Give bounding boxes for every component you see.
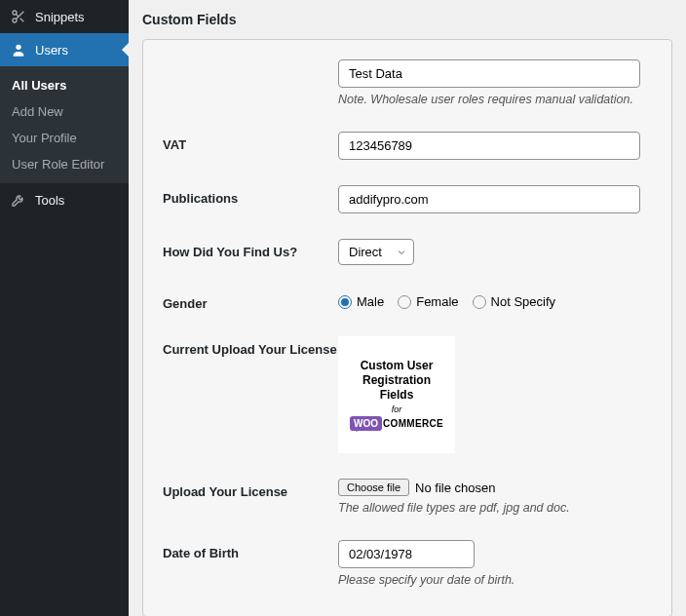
label-findus: How Did You Find Us? (163, 239, 338, 259)
label-empty (163, 59, 338, 65)
radio-label: Female (416, 294, 458, 309)
menu-label: Users (35, 43, 68, 58)
thumb-line1: Custom User (361, 359, 434, 373)
label-dob: Date of Birth (163, 540, 338, 560)
radio-icon (473, 295, 486, 309)
menu-item-users[interactable]: Users (0, 33, 129, 66)
license-thumbnail: Custom User Registration Fields for WOO … (338, 336, 455, 453)
scissors-icon (10, 8, 27, 25)
dob-input[interactable] (338, 540, 475, 568)
gender-radio-group: Male Female Not Specify (338, 290, 652, 309)
findus-select[interactable]: Direct (338, 239, 414, 265)
testdata-note: Note. Wholesale user roles requires manu… (338, 93, 652, 106)
label-upload-license: Upload Your License (163, 479, 338, 499)
row-upload-license: Upload Your License Choose file No file … (163, 479, 652, 515)
menu-item-tools[interactable]: Tools (0, 183, 129, 216)
chevron-down-icon (396, 247, 407, 258)
page-title: Custom Fields (142, 12, 672, 27)
svg-line-4 (16, 14, 19, 17)
user-icon (10, 41, 27, 58)
file-status: No file chosen (415, 481, 495, 495)
row-vat: VAT (163, 132, 652, 160)
vat-input[interactable] (338, 132, 640, 160)
radio-label: Male (357, 294, 384, 309)
custom-fields-panel: Note. Wholesale user roles requires manu… (142, 39, 672, 616)
thumb-line2: Registration Fields (346, 373, 447, 403)
svg-point-5 (16, 45, 20, 50)
svg-point-0 (13, 11, 17, 15)
submenu-add-new[interactable]: Add New (0, 98, 129, 125)
submenu-user-role-editor[interactable]: User Role Editor (0, 151, 129, 177)
submenu-your-profile[interactable]: Your Profile (0, 125, 129, 151)
upload-note: The allowed file types are pdf, jpg and … (338, 501, 652, 515)
radio-male[interactable]: Male (338, 294, 384, 309)
menu-item-snippets[interactable]: Snippets (0, 0, 129, 33)
content-area: Custom Fields Note. Wholesale user roles… (129, 0, 686, 616)
label-gender: Gender (163, 290, 338, 311)
radio-icon (398, 295, 411, 309)
users-submenu: All Users Add New Your Profile User Role… (0, 66, 129, 183)
menu-label: Snippets (35, 10, 85, 24)
woo-text: WOO (350, 416, 382, 431)
label-vat: VAT (163, 132, 338, 152)
dob-note: Please specify your date of birth. (338, 573, 652, 587)
publications-input[interactable] (338, 185, 640, 213)
row-gender: Gender Male Female Not Specify (163, 290, 652, 311)
row-testdata: Note. Wholesale user roles requires manu… (163, 59, 652, 106)
row-findus: How Did You Find Us? Direct (163, 239, 652, 265)
radio-notspecify[interactable]: Not Specify (473, 294, 555, 309)
testdata-input[interactable] (338, 59, 640, 88)
radio-icon (338, 295, 352, 309)
label-current-license: Current Upload Your License (163, 336, 338, 357)
menu-label: Tools (35, 193, 64, 208)
wrench-icon (10, 191, 27, 209)
admin-sidebar: Snippets Users All Users Add New Your Pr… (0, 0, 129, 616)
radio-female[interactable]: Female (398, 294, 458, 309)
svg-line-3 (20, 19, 24, 22)
thumb-for: for (392, 404, 402, 414)
woocommerce-logo: WOO COMMERCE (350, 416, 443, 431)
row-publications: Publications (163, 185, 652, 213)
findus-value: Direct (349, 245, 382, 259)
submenu-all-users[interactable]: All Users (0, 72, 129, 98)
commerce-text: COMMERCE (383, 418, 443, 429)
row-current-license: Current Upload Your License Custom User … (163, 336, 652, 453)
radio-label: Not Specify (491, 294, 555, 309)
choose-file-button[interactable]: Choose file (338, 479, 409, 496)
label-publications: Publications (163, 185, 338, 206)
row-dob: Date of Birth Please specify your date o… (163, 540, 652, 587)
svg-point-1 (13, 19, 17, 22)
